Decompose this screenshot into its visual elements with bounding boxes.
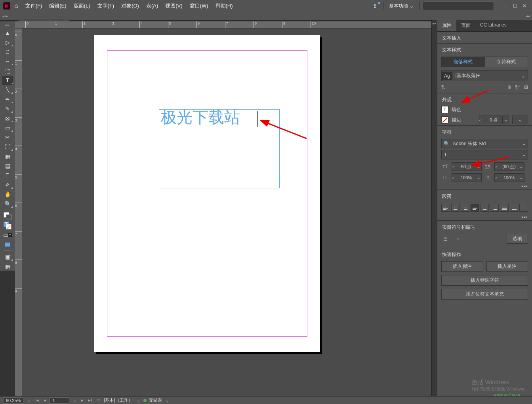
menu-text[interactable]: 文字(T): [94, 1, 118, 11]
character-styles-tab[interactable]: 字符样式: [485, 57, 528, 67]
screen-mode[interactable]: ▦: [2, 262, 13, 271]
apply-color[interactable]: ▭ T: [2, 231, 13, 239]
apply-fill[interactable]: [2, 240, 13, 249]
home-icon[interactable]: ⌂: [14, 2, 18, 9]
preflight-status[interactable]: 无错误: [149, 397, 162, 403]
chevron-down-icon[interactable]: ⌄: [521, 141, 528, 146]
first-page-icon[interactable]: I◂: [34, 398, 40, 403]
note-tool[interactable]: 🗒: [2, 171, 13, 180]
stroke-weight-input[interactable]: ▴▾0 点⌄: [479, 116, 509, 124]
panel-dock[interactable]: ▸▸: [431, 20, 437, 396]
ruler-horizontal[interactable]: 0 1 2 3 4 5 6 7 8 9 10: [22, 21, 437, 28]
font-size-input[interactable]: ▴▾50 点⌄: [452, 162, 482, 171]
tab-pages[interactable]: 页面: [456, 20, 475, 31]
bulleted-list-icon[interactable]: ☰: [441, 235, 449, 243]
fill-stroke-swap[interactable]: [2, 212, 13, 220]
numbered-list-icon[interactable]: ≡: [454, 235, 462, 243]
justify-center[interactable]: [481, 204, 489, 212]
viewport[interactable]: 极光下载站: [22, 28, 437, 396]
pencil-tool[interactable]: ✎: [2, 104, 13, 113]
stroke-type-select[interactable]: ⌄: [512, 116, 528, 124]
tab-properties[interactable]: 属性: [437, 20, 456, 31]
free-transform-tool[interactable]: ⛶: [2, 142, 13, 151]
scissors-tool[interactable]: ✂: [2, 133, 13, 142]
align-spine[interactable]: [510, 204, 519, 212]
paragraph-style-select[interactable]: Ag [基本段落]+ ⌄: [441, 70, 528, 81]
hand-tool[interactable]: ✋: [2, 190, 13, 199]
leading-input[interactable]: ▴▾(60 点)⌄: [494, 162, 524, 171]
chevron-down-icon[interactable]: ⌄: [72, 398, 78, 403]
gradient-swatch-tool[interactable]: ▦: [2, 152, 13, 161]
vscale-input[interactable]: ▴▾100%⌄: [452, 173, 482, 182]
page-field[interactable]: 1: [50, 397, 69, 404]
align-left[interactable]: [441, 204, 450, 212]
menu-view[interactable]: 视图(V): [162, 1, 185, 11]
clear-override-icon[interactable]: ¶⁺: [515, 84, 520, 90]
menu-edit[interactable]: 编辑(E): [46, 1, 69, 11]
rectangle-frame-tool[interactable]: ⊠: [2, 114, 13, 123]
zoom-field[interactable]: 80.25%: [3, 397, 23, 404]
pen-tool[interactable]: ✒: [2, 95, 13, 104]
special-char-button[interactable]: 插入特殊字符: [441, 275, 528, 286]
insert-endnote-button[interactable]: 插入尾注: [486, 261, 528, 272]
minimize-button[interactable]: —: [501, 2, 510, 9]
document-profile[interactable]: [基本]（工作）: [104, 397, 132, 403]
next-page-icon[interactable]: ▸: [80, 398, 85, 403]
gap-tool[interactable]: ↔: [2, 57, 13, 66]
menu-help[interactable]: 帮助(H): [212, 1, 236, 11]
font-family-select[interactable]: 🔍 Adobe 宋体 Std ⌄: [441, 139, 528, 148]
font-weight-select[interactable]: L ⌄: [441, 150, 528, 159]
menu-layout[interactable]: 版面(L): [71, 1, 93, 11]
text-frame[interactable]: 极光下载站: [159, 109, 280, 188]
share-icon[interactable]: ⇪: [370, 2, 380, 10]
content-collector-tool[interactable]: ⬚: [2, 66, 13, 75]
selection-tool[interactable]: ▲: [2, 28, 13, 37]
line-tool[interactable]: ╲: [2, 85, 13, 94]
eyedropper-tool[interactable]: ✐: [2, 180, 13, 189]
toolbox-handle[interactable]: ▸▸: [6, 23, 10, 27]
search-input[interactable]: [423, 2, 494, 10]
justify-right[interactable]: [490, 204, 499, 212]
chevron-down-icon[interactable]: ⌄: [135, 398, 141, 403]
menu-object[interactable]: 对象(O): [118, 1, 142, 11]
control-bar-handle[interactable]: ◂▪▸: [2, 14, 8, 18]
direct-selection-tool[interactable]: ▷: [2, 38, 13, 47]
placeholder-text-button[interactable]: 用占位符文本填充: [441, 289, 528, 300]
page-tool[interactable]: 🗋: [2, 47, 13, 56]
chevron-down-icon[interactable]: ⌄: [26, 398, 32, 403]
chevron-down-icon[interactable]: ⌄: [519, 72, 528, 80]
menu-file[interactable]: 文件(F): [22, 1, 46, 11]
paragraph-styles-tab[interactable]: 段落样式: [442, 57, 485, 67]
type-tool[interactable]: T: [2, 76, 13, 85]
new-style-icon[interactable]: ⊕: [507, 84, 511, 90]
align-away-spine[interactable]: [519, 204, 528, 212]
prev-page-icon[interactable]: ◂: [42, 398, 47, 403]
last-page-icon[interactable]: ▸I: [87, 398, 93, 403]
ruler-vertical[interactable]: 0 1 2 3 4 5 6 7 8 9: [15, 28, 22, 396]
insert-footnote-button[interactable]: 插入脚注: [441, 261, 483, 272]
menu-window[interactable]: 窗口(W): [187, 1, 212, 11]
align-right[interactable]: [461, 204, 469, 212]
chevron-down-icon[interactable]: ⌄: [521, 152, 528, 157]
paragraph-symbol-icon[interactable]: ¶.: [441, 84, 445, 90]
control-bar-collapse[interactable]: ◂◂: [526, 14, 530, 18]
more-options-icon[interactable]: •••: [437, 183, 532, 190]
view-mode[interactable]: ▣: [2, 252, 13, 261]
maximize-button[interactable]: ☐: [511, 2, 519, 9]
formatting-swatch[interactable]: T: [2, 221, 13, 230]
gradient-feather-tool[interactable]: ▤: [2, 161, 13, 170]
justify-left[interactable]: [471, 204, 479, 212]
fill-swatch[interactable]: T: [441, 106, 448, 113]
close-button[interactable]: ✕: [520, 2, 529, 9]
justify-all[interactable]: [500, 204, 509, 212]
align-center[interactable]: [451, 204, 460, 212]
options-button[interactable]: 选项: [507, 234, 528, 244]
menu-table[interactable]: 表(A): [143, 1, 161, 11]
more-options-icon[interactable]: •••: [437, 214, 532, 220]
stroke-swatch[interactable]: [441, 116, 448, 123]
tab-cc-libraries[interactable]: CC Libraries: [475, 20, 511, 31]
style-options-icon[interactable]: ⊞: [524, 84, 528, 90]
page[interactable]: [94, 35, 320, 352]
chevron-down-icon[interactable]: ⌄: [164, 398, 170, 403]
workspace-selector[interactable]: 基本功能⌄: [387, 2, 416, 10]
